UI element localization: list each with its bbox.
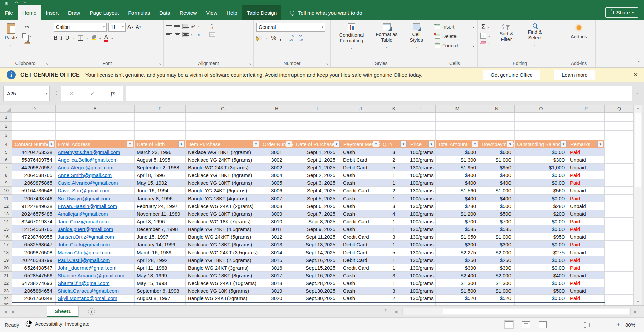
- cell-E24[interactable]: Skyll.Montano@gmail.com: [56, 295, 135, 302]
- cell-Q16[interactable]: [605, 233, 634, 241]
- cell-M2[interactable]: [436, 122, 479, 131]
- cell-P19[interactable]: Paid: [568, 256, 605, 264]
- cell-D6[interactable]: 55876409754: [12, 156, 56, 164]
- cell-L21[interactable]: 100/grams: [408, 272, 436, 279]
- row-header-18[interactable]: 18: [0, 248, 12, 256]
- cell-I5[interactable]: Sept.1, 2025: [293, 148, 341, 156]
- cell-L24[interactable]: 130/grams: [408, 295, 436, 302]
- column-header-K[interactable]: K: [380, 105, 408, 113]
- cell-H2[interactable]: [260, 122, 293, 131]
- cell-D20[interactable]: 6526498547: [12, 264, 56, 272]
- tab-draw[interactable]: Draw: [63, 5, 85, 20]
- email-link[interactable]: Erwan.Haasin@gmail.com: [58, 203, 117, 209]
- cell-Q12[interactable]: [605, 202, 634, 210]
- tab-page-layout[interactable]: Page Layout: [85, 5, 123, 20]
- cell-E17[interactable]: John.Clark@gmail.com: [56, 241, 135, 248]
- align-left-button[interactable]: [166, 32, 172, 37]
- name-box[interactable]: A25 ▾: [3, 86, 50, 101]
- cell-O5[interactable]: $0.00: [515, 148, 568, 156]
- decrease-decimal-button[interactable]: .00 →.0: [297, 35, 303, 41]
- font-name-select[interactable]: Calibri▾: [54, 23, 107, 32]
- cell-M11[interactable]: $400: [436, 195, 479, 202]
- cell-P14[interactable]: Paid: [568, 218, 605, 225]
- email-link[interactable]: Shiela.Caracut@gmail.com: [58, 288, 119, 294]
- cell-O23[interactable]: $500: [515, 287, 568, 295]
- cell-K20[interactable]: 1: [380, 264, 408, 272]
- delete-cells-button[interactable]: Delete ⌄: [435, 32, 475, 40]
- cell-G23[interactable]: Necklace YG 18K (5grams): [186, 287, 260, 295]
- cell-O13[interactable]: $200: [515, 210, 568, 218]
- horizontal-scrollbar-thumb[interactable]: [443, 309, 629, 314]
- cell-H5[interactable]: 3001: [260, 148, 293, 156]
- email-link[interactable]: Marvin.Chu@gmail.com: [58, 250, 111, 255]
- cell-H15[interactable]: 3011: [260, 225, 293, 233]
- underline-button[interactable]: U: [65, 35, 69, 41]
- tab-home[interactable]: Home: [18, 5, 41, 20]
- align-center-button[interactable]: [174, 32, 180, 37]
- email-link[interactable]: Angelica.Bello@gmail.com: [58, 157, 118, 163]
- cell-F10[interactable]: June 16, 1994: [135, 187, 186, 195]
- cell-G10[interactable]: Bangle YG 24KT (6grams): [186, 187, 260, 195]
- column-header-E[interactable]: E: [56, 105, 135, 113]
- scroll-down-icon[interactable]: ▼: [634, 300, 642, 303]
- merge-dropdown[interactable]: ⌄: [218, 33, 220, 36]
- name-box-dropdown[interactable]: ▾: [46, 92, 47, 95]
- row-header-20[interactable]: 20: [0, 264, 12, 272]
- scroll-up-icon[interactable]: ▲: [634, 106, 642, 110]
- cell-F25[interactable]: [135, 302, 186, 306]
- find-select-button[interactable]: Find & Select ⌄: [522, 23, 548, 48]
- tab-review[interactable]: Review: [175, 5, 202, 20]
- font-color-button[interactable]: A: [104, 34, 108, 42]
- cell-F18[interactable]: March 16, 1989: [135, 248, 186, 256]
- cell-O10[interactable]: $560: [515, 187, 568, 195]
- sort-filter-button[interactable]: AZ Sort & Filter ⌄: [494, 23, 519, 50]
- cell-J3[interactable]: [341, 131, 380, 140]
- cell-F9[interactable]: May 15, 1992: [135, 179, 186, 187]
- cell-K21[interactable]: 3: [380, 272, 408, 279]
- cell-J14[interactable]: Credit Card: [341, 218, 380, 225]
- cell-H19[interactable]: 3015: [260, 256, 293, 264]
- cell-F19[interactable]: April 28, 1992: [135, 256, 186, 264]
- cell-F1[interactable]: [135, 113, 186, 122]
- cell-E18[interactable]: Marvin.Chu@gmail.com: [56, 248, 135, 256]
- cell-H23[interactable]: 3019: [260, 287, 293, 295]
- addins-button[interactable]: Add-ins: [565, 23, 593, 40]
- cell-D25[interactable]: [12, 302, 56, 306]
- row-header-6[interactable]: 6: [0, 156, 12, 164]
- cell-N20[interactable]: $390: [479, 264, 515, 272]
- cell-G9[interactable]: Necklace YG 18KT (4grams): [186, 179, 260, 187]
- cell-D7[interactable]: 44209870987: [12, 164, 56, 171]
- row-header-12[interactable]: 12: [0, 202, 12, 210]
- cell-F2[interactable]: [135, 122, 186, 131]
- cell-F11[interactable]: January 8, 1996: [135, 195, 186, 202]
- cell-H25[interactable]: [260, 302, 293, 306]
- cell-G18[interactable]: Necklace WG 24KT (3.5grams): [186, 248, 260, 256]
- cell-L7[interactable]: 130/grams: [408, 164, 436, 171]
- cell-D9[interactable]: 2069875865: [12, 179, 56, 187]
- email-link[interactable]: Dave_Son@gmail.com: [58, 188, 109, 193]
- shrink-font-button[interactable]: A▼: [136, 24, 141, 30]
- cell-I20[interactable]: Sept.15,2025: [293, 264, 341, 272]
- cell-P5[interactable]: Paid: [568, 148, 605, 156]
- email-link[interactable]: Janice.puert@gmail.com: [58, 226, 113, 232]
- cell-I21[interactable]: Sept.16,2025: [293, 272, 341, 279]
- cell-P17[interactable]: Paid: [568, 241, 605, 248]
- email-link[interactable]: Amallejan@gmail.com: [58, 211, 108, 217]
- cell-N10[interactable]: $1,000: [479, 187, 515, 195]
- fill-color-button[interactable]: [92, 35, 96, 40]
- cell-M8[interactable]: $400: [436, 171, 479, 179]
- cell-D18[interactable]: 2069876508: [12, 248, 56, 256]
- cell-G5[interactable]: Neklace WG 18KT (2grams): [186, 148, 260, 156]
- cell-I7[interactable]: Sept.1, 2025: [293, 164, 341, 171]
- table-header-downpayment[interactable]: Downpayment▼: [479, 140, 515, 148]
- cell-D8[interactable]: 2064538765: [12, 171, 56, 179]
- cell-O22[interactable]: $0.00: [515, 279, 568, 287]
- filter-icon[interactable]: ▼: [400, 141, 407, 147]
- new-sheet-button[interactable]: +: [88, 308, 95, 315]
- cell-M9[interactable]: $400: [436, 179, 479, 187]
- cell-I3[interactable]: [293, 131, 341, 140]
- cell-J20[interactable]: Credit Card: [341, 264, 380, 272]
- tab-file[interactable]: File: [0, 5, 18, 20]
- cell-Q5[interactable]: [605, 148, 634, 156]
- cell-D14[interactable]: 82467019374: [12, 218, 56, 225]
